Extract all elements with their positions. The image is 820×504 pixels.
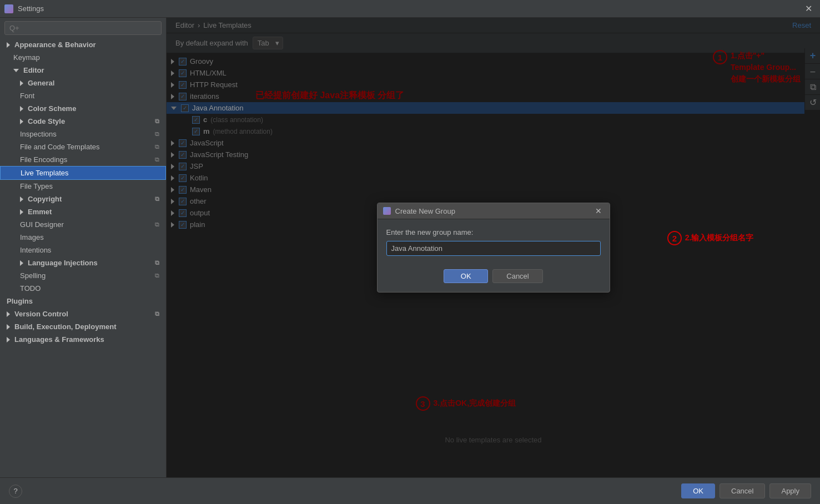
sidebar-item-intentions[interactable]: Intentions [0, 244, 166, 256]
copy-spelling-icon: ⧉ [155, 272, 159, 279]
sidebar-label-gui-designer: GUI Designer [20, 220, 64, 229]
sidebar-label-intentions: Intentions [20, 246, 51, 254]
sidebar-item-plugins[interactable]: Plugins [0, 295, 166, 308]
group-name-input[interactable] [386, 241, 601, 256]
expand-build-icon [7, 324, 10, 330]
expand-code-style-icon [20, 119, 23, 124]
app-icon [4, 4, 13, 13]
copy-vc-icon: ⧉ [155, 310, 159, 317]
copy-copyright-icon: ⧉ [155, 195, 159, 203]
sidebar-item-code-style[interactable]: Code Style ⧉ [0, 115, 166, 128]
expand-general-icon [20, 80, 23, 86]
dialog-app-icon [383, 207, 391, 215]
sidebar-item-file-encodings[interactable]: File Encodings ⧉ [0, 153, 166, 166]
sidebar-label-emmet: Emmet [28, 208, 52, 216]
sidebar-label-file-templates: File and Code Templates [20, 143, 100, 151]
dialog-close-button[interactable]: ✕ [593, 206, 604, 215]
sidebar-item-todo[interactable]: TODO [0, 282, 166, 295]
dialog-label: Enter the new group name: [386, 228, 601, 236]
expand-vc-icon [7, 311, 10, 317]
expand-lang-icon [20, 260, 23, 266]
annotation-step2: 2 2.输入模板分组名字 [667, 231, 754, 245]
dialog-body: Enter the new group name: [378, 219, 610, 265]
expand-icon [7, 42, 10, 48]
copy-code-style-icon: ⧉ [155, 118, 159, 125]
sidebar-label-font: Font [20, 92, 34, 100]
expand-copyright-icon [20, 196, 23, 202]
title-bar-left: Settings [4, 4, 44, 13]
sidebar-label-file-types: File Types [20, 182, 53, 190]
apply-button[interactable]: Apply [769, 483, 811, 498]
title-bar: Settings ✕ [0, 0, 820, 18]
sidebar-label-spelling: Spelling [20, 271, 46, 280]
sidebar-label-code-style: Code Style [28, 117, 65, 125]
expand-emmet-icon [20, 209, 23, 215]
bottom-bar: ? OK Cancel Apply [0, 477, 820, 504]
sidebar-item-version-control[interactable]: Version Control ⧉ [0, 308, 166, 320]
sidebar-label-version-control: Version Control [14, 310, 68, 318]
sidebar-label-keymap: Keymap [13, 53, 40, 62]
sidebar-label-languages: Languages & Frameworks [14, 335, 104, 344]
sidebar-item-gui-designer[interactable]: GUI Designer ⧉ [0, 218, 166, 231]
close-button[interactable]: ✕ [802, 2, 816, 15]
sidebar-item-color-scheme[interactable]: Color Scheme [0, 102, 166, 115]
expand-editor-icon [13, 69, 19, 72]
sidebar-item-file-templates[interactable]: File and Code Templates ⧉ [0, 140, 166, 153]
sidebar-item-appearance[interactable]: Appearance & Behavior [0, 38, 166, 51]
sidebar-label-file-encodings: File Encodings [20, 155, 67, 164]
sidebar-label-live-templates: Live Templates [21, 169, 68, 177]
expand-languages-icon [7, 337, 10, 342]
sidebar-label-build: Build, Execution, Deployment [14, 322, 116, 331]
sidebar-item-font[interactable]: Font [0, 89, 166, 102]
main-content: Appearance & Behavior Keymap Editor Gene… [0, 18, 820, 477]
sidebar-label-copyright: Copyright [28, 195, 62, 203]
right-panel: Editor › Live Templates Reset By default… [167, 18, 820, 477]
help-button[interactable]: ? [9, 485, 22, 498]
copy-inspections-icon: ⧉ [155, 130, 159, 138]
sidebar-item-copyright[interactable]: Copyright ⧉ [0, 193, 166, 205]
sidebar-item-inspections[interactable]: Inspections ⧉ [0, 128, 166, 140]
copy-lang-icon: ⧉ [155, 259, 159, 266]
sidebar-item-language-injections[interactable]: Language Injections ⧉ [0, 256, 166, 269]
sidebar-label-general: General [28, 79, 54, 87]
dialog-title-bar: Create New Group ✕ [378, 203, 610, 219]
dialog-ok-button[interactable]: OK [444, 269, 488, 283]
sidebar-item-live-templates[interactable]: Live Templates [0, 166, 166, 180]
sidebar-item-emmet[interactable]: Emmet [0, 205, 166, 218]
cancel-button[interactable]: Cancel [720, 483, 765, 498]
sidebar-label-plugins: Plugins [7, 297, 33, 305]
sidebar-label-language-injections: Language Injections [28, 259, 98, 267]
sidebar-item-languages[interactable]: Languages & Frameworks [0, 333, 166, 346]
sidebar-label-images: Images [20, 233, 44, 241]
dialog-title-left: Create New Group [383, 207, 455, 215]
copy-file-templates-icon: ⧉ [155, 143, 159, 150]
ok-button[interactable]: OK [681, 483, 715, 498]
sidebar-item-images[interactable]: Images [0, 231, 166, 244]
sidebar-label-todo: TODO [20, 284, 41, 293]
copy-gui-icon: ⧉ [155, 221, 159, 228]
create-group-dialog: Create New Group ✕ Enter the new group n… [377, 203, 610, 293]
dialog-title: Create New Group [395, 207, 455, 215]
sidebar-item-file-types[interactable]: File Types [0, 180, 166, 193]
sidebar-item-editor[interactable]: Editor [0, 64, 166, 77]
search-input[interactable] [9, 24, 157, 32]
sidebar-label-color-scheme: Color Scheme [28, 104, 76, 113]
expand-color-icon [20, 106, 23, 112]
sidebar-item-build[interactable]: Build, Execution, Deployment [0, 320, 166, 333]
sidebar-item-keymap[interactable]: Keymap [0, 51, 166, 64]
title-bar-title: Settings [18, 4, 44, 13]
sidebar-label-inspections: Inspections [20, 130, 57, 138]
dialog-cancel-button[interactable]: Cancel [492, 269, 542, 283]
sidebar-item-spelling[interactable]: Spelling ⧉ [0, 269, 166, 282]
sidebar-label-appearance: Appearance & Behavior [14, 41, 96, 49]
sidebar-label-editor: Editor [23, 66, 44, 74]
annotation-step2-text: 2.输入模板分组名字 [685, 233, 754, 243]
sidebar-item-general[interactable]: General [0, 77, 166, 89]
dialog-buttons: OK Cancel [378, 265, 610, 292]
search-box[interactable] [4, 21, 162, 35]
sidebar: Appearance & Behavior Keymap Editor Gene… [0, 18, 167, 477]
dialog-overlay: Create New Group ✕ Enter the new group n… [167, 18, 820, 477]
copy-file-encodings-icon: ⧉ [155, 156, 159, 163]
